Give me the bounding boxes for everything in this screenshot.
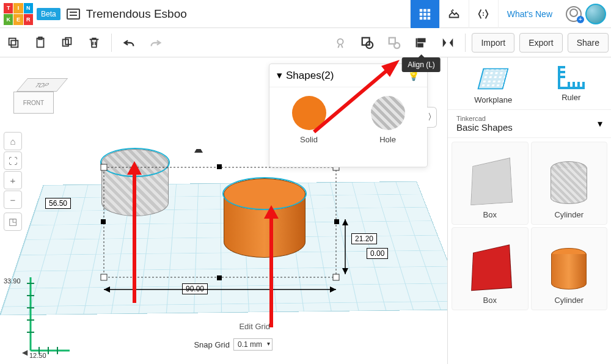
mirror-button[interactable] bbox=[436, 32, 460, 54]
origin-ruler[interactable] bbox=[2, 253, 76, 363]
ruler-y-value: 33.90 bbox=[4, 277, 21, 285]
svg-rect-18 bbox=[389, 37, 395, 43]
top-bar: TINKER Beta Tremendous Esboo What's New bbox=[0, 0, 611, 28]
design-notes-icon[interactable] bbox=[67, 9, 80, 20]
svg-marker-33 bbox=[104, 286, 110, 293]
shape-box-solid[interactable]: Box bbox=[452, 227, 529, 310]
panel-collapse-icon[interactable]: ▾ bbox=[277, 69, 282, 82]
annotation-arrow-3 bbox=[310, 57, 408, 136]
shape-cylinder-hole[interactable]: Cylinder bbox=[531, 142, 608, 225]
ortho-view-button[interactable]: ◳ bbox=[4, 213, 22, 231]
box-solid-icon bbox=[469, 247, 511, 289]
ruler-x-value: 12.50 bbox=[29, 352, 46, 359]
svg-rect-29 bbox=[101, 219, 106, 224]
svg-rect-0 bbox=[420, 9, 423, 12]
dim-z-label[interactable]: 0.00 bbox=[367, 248, 388, 259]
svg-rect-6 bbox=[420, 16, 423, 20]
svg-rect-26 bbox=[333, 274, 339, 280]
svg-rect-25 bbox=[101, 274, 107, 280]
redo-button[interactable] bbox=[144, 32, 168, 54]
cylinder-hole-icon bbox=[551, 161, 587, 204]
viewcube-front-face[interactable]: FRONT bbox=[13, 92, 54, 114]
duplicate-button[interactable] bbox=[55, 32, 79, 54]
tinkercad-logo[interactable]: TINKER bbox=[4, 3, 33, 25]
svg-marker-54 bbox=[264, 205, 279, 219]
project-title[interactable]: Tremendous Esboo bbox=[86, 7, 187, 21]
minecraft-mode-button[interactable] bbox=[439, 0, 469, 28]
home-view-button[interactable]: ⌂ bbox=[4, 132, 22, 150]
whats-new-link[interactable]: What's New bbox=[498, 0, 561, 28]
snap-grid-select[interactable]: 0.1 mm bbox=[233, 338, 273, 351]
zoom-in-button[interactable]: + bbox=[4, 171, 22, 189]
svg-rect-10 bbox=[9, 38, 16, 45]
code-blocks-button[interactable] bbox=[469, 0, 498, 28]
annotation-arrow-1 bbox=[122, 161, 147, 303]
dim-depth-label[interactable]: 56.50 bbox=[45, 198, 71, 209]
box-hole-icon bbox=[468, 160, 512, 204]
add-user-icon[interactable] bbox=[566, 6, 582, 22]
share-button[interactable]: Share bbox=[568, 33, 609, 53]
ruler-tool[interactable]: Ruler bbox=[558, 66, 585, 104]
dim-height-label[interactable]: 21.20 bbox=[351, 233, 377, 244]
gallery-view-button[interactable] bbox=[410, 0, 439, 28]
beta-badge: Beta bbox=[37, 8, 60, 20]
workplane-label: Workplane bbox=[474, 95, 512, 104]
viewcube[interactable]: TOP FRONT bbox=[13, 78, 64, 118]
user-avatar[interactable] bbox=[585, 4, 606, 24]
align-button[interactable]: Align (L) bbox=[409, 32, 433, 54]
workplane-tool[interactable]: Workplane bbox=[474, 66, 512, 104]
chevron-down-icon: ▾ bbox=[598, 118, 602, 129]
svg-rect-21 bbox=[419, 43, 423, 46]
svg-point-15 bbox=[338, 38, 343, 44]
shape-box-hole[interactable]: Box bbox=[452, 142, 529, 225]
shape-library-select[interactable]: Tinkercad Basic Shapes ▾ bbox=[448, 110, 611, 138]
import-button[interactable]: Import bbox=[472, 33, 514, 53]
snap-grid-label: Snap Grid bbox=[194, 340, 230, 349]
shapes-sidebar: Workplane Ruler Tinkercad Basic Shapes ▾… bbox=[447, 57, 611, 364]
export-button[interactable]: Export bbox=[519, 33, 562, 53]
svg-rect-3 bbox=[420, 13, 423, 16]
ruler-label: Ruler bbox=[562, 93, 580, 102]
svg-rect-1 bbox=[423, 9, 426, 12]
svg-marker-40 bbox=[342, 268, 348, 274]
solid-label: Solid bbox=[300, 135, 318, 144]
annotation-arrow-2 bbox=[259, 205, 284, 327]
cylinder-solid-icon bbox=[551, 248, 587, 289]
svg-rect-5 bbox=[428, 13, 431, 16]
group-button[interactable] bbox=[355, 32, 379, 54]
svg-marker-31 bbox=[194, 149, 203, 153]
svg-rect-8 bbox=[428, 16, 431, 20]
edit-toolbar: Align (L) Import Export Share bbox=[0, 28, 611, 57]
svg-rect-28 bbox=[217, 275, 222, 280]
delete-button[interactable] bbox=[82, 32, 106, 54]
workplane-icon bbox=[478, 68, 509, 89]
svg-marker-34 bbox=[330, 286, 336, 293]
svg-rect-23 bbox=[101, 164, 107, 170]
svg-point-19 bbox=[394, 43, 400, 48]
ruler-icon bbox=[558, 66, 585, 89]
svg-rect-30 bbox=[334, 219, 339, 224]
svg-rect-2 bbox=[428, 9, 431, 12]
copy-button[interactable] bbox=[1, 32, 26, 54]
fit-view-button[interactable]: ⛶ bbox=[4, 151, 22, 170]
svg-rect-20 bbox=[419, 38, 425, 42]
zoom-out-button[interactable]: − bbox=[4, 191, 22, 209]
viewcube-top-face[interactable]: TOP bbox=[16, 78, 68, 92]
shape-cylinder-solid[interactable]: Cylinder bbox=[531, 227, 608, 310]
library-group-label: Tinkercad bbox=[456, 115, 513, 122]
main-area: TOP FRONT ⌂ ⛶ + − ◳ bbox=[0, 57, 611, 364]
svg-rect-4 bbox=[423, 13, 426, 16]
ungroup-button[interactable] bbox=[382, 32, 406, 54]
svg-rect-27 bbox=[217, 164, 222, 169]
undo-button[interactable] bbox=[117, 32, 141, 54]
view-nav-buttons: ⌂ ⛶ + − ◳ bbox=[4, 132, 22, 231]
show-all-button[interactable] bbox=[328, 32, 353, 54]
hole-label: Hole bbox=[379, 135, 396, 144]
svg-rect-7 bbox=[423, 16, 426, 20]
shape-label: Cylinder bbox=[554, 210, 584, 219]
ruler-x-arrow-icon: ◀ bbox=[22, 348, 27, 357]
panel-expand-handle[interactable]: 〉 bbox=[427, 107, 437, 128]
canvas-3d[interactable]: TOP FRONT ⌂ ⛶ + − ◳ bbox=[0, 57, 447, 364]
paste-button[interactable] bbox=[28, 32, 53, 54]
svg-line-55 bbox=[314, 66, 392, 132]
